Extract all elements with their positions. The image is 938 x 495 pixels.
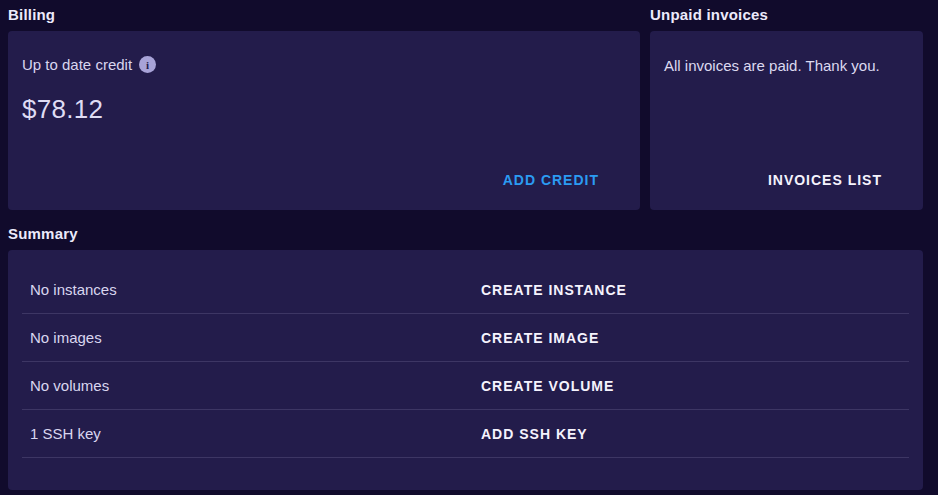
- add-ssh-key-button[interactable]: ADD SSH KEY: [481, 426, 588, 442]
- create-volume-button[interactable]: CREATE VOLUME: [481, 378, 614, 394]
- ssh-key-count-label: 1 SSH key: [30, 425, 481, 442]
- credit-amount: $78.12: [22, 94, 626, 125]
- summary-row-instances: No instances CREATE INSTANCE: [22, 266, 909, 314]
- unpaid-invoices-card: All invoices are paid. Thank you. INVOIC…: [650, 31, 923, 210]
- unpaid-invoices-section: Unpaid invoices All invoices are paid. T…: [650, 6, 923, 210]
- billing-section-title: Billing: [8, 6, 640, 23]
- summary-row-volumes: No volumes CREATE VOLUME: [22, 362, 909, 410]
- summary-card: No instances CREATE INSTANCE No images C…: [8, 250, 923, 490]
- create-image-button[interactable]: CREATE IMAGE: [481, 330, 599, 346]
- billing-section: Billing Up to date credit i $78.12 ADD C…: [8, 6, 640, 210]
- volumes-count-label: No volumes: [30, 377, 481, 394]
- invoices-list-button[interactable]: INVOICES LIST: [752, 164, 898, 196]
- credit-label-row: Up to date credit i: [22, 56, 626, 73]
- unpaid-invoices-card-actions: INVOICES LIST: [664, 164, 909, 196]
- info-icon[interactable]: i: [139, 56, 156, 73]
- billing-card: Up to date credit i $78.12 ADD CREDIT: [8, 31, 640, 210]
- invoices-paid-message: All invoices are paid. Thank you.: [664, 57, 909, 74]
- top-row: Billing Up to date credit i $78.12 ADD C…: [8, 6, 923, 210]
- summary-section-title: Summary: [8, 225, 923, 242]
- summary-row-ssh-keys: 1 SSH key ADD SSH KEY: [22, 410, 909, 458]
- credit-label: Up to date credit: [22, 56, 132, 73]
- create-instance-button[interactable]: CREATE INSTANCE: [481, 282, 627, 298]
- summary-row-images: No images CREATE IMAGE: [22, 314, 909, 362]
- images-count-label: No images: [30, 329, 481, 346]
- dashboard-page: Billing Up to date credit i $78.12 ADD C…: [0, 0, 938, 495]
- instances-count-label: No instances: [30, 281, 481, 298]
- billing-card-actions: ADD CREDIT: [22, 164, 626, 196]
- summary-section: Summary No instances CREATE INSTANCE No …: [8, 225, 923, 490]
- add-credit-button[interactable]: ADD CREDIT: [487, 164, 615, 196]
- unpaid-invoices-section-title: Unpaid invoices: [650, 6, 923, 23]
